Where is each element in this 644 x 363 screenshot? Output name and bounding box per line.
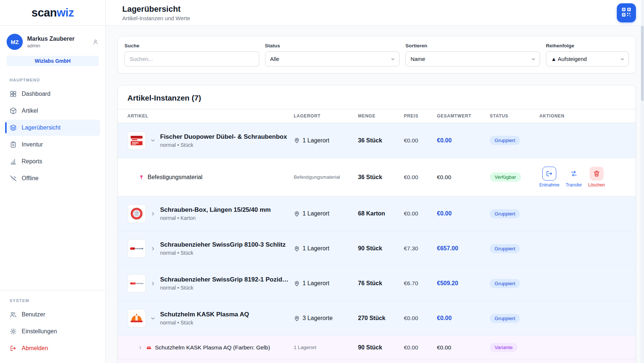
actions-cell: EntnahmeTransferLöschen — [539, 167, 626, 188]
map-pin-icon — [294, 280, 300, 287]
total-value-cell: €0.00 — [437, 174, 490, 181]
page-title: Lagerübersicht — [122, 4, 190, 14]
table-row: Schutzhelm KASK Plasma AQ (Farben: Gelb)… — [118, 335, 636, 359]
sidebar-item-dashboard[interactable]: Dashboard — [5, 86, 100, 102]
sidebar-item-lageruebersicht[interactable]: Lagerübersicht — [5, 120, 100, 136]
sidebar-item-einstellungen[interactable]: Einstellungen — [5, 323, 100, 340]
sidebar-item-benutzer[interactable]: Benutzer — [5, 306, 100, 323]
status-badge: Gruppiert — [490, 136, 520, 145]
article-instances-card: Artikel-Instanzen (7) ARTIKELLAGERORTMEN… — [117, 85, 636, 363]
column-header: MENGE — [358, 113, 404, 119]
loeschen-button[interactable]: Löschen — [588, 167, 605, 188]
bar-chart-icon — [10, 158, 17, 165]
status-label: Status — [265, 43, 400, 48]
sidebar-item-inventur[interactable]: Inventur — [5, 137, 100, 153]
gear-icon — [10, 328, 17, 335]
chevron-right-icon[interactable] — [150, 211, 156, 217]
sidebar: scanwiz MZ Markus Zauberer admin Wizlabs… — [0, 0, 106, 363]
table-row: Schraubenzieher SwissGrip 8192-1 Pozidri… — [118, 266, 636, 301]
helmet-icon — [146, 344, 152, 351]
table-row: BefestigungsmaterialBefestigungsmaterial… — [118, 158, 636, 196]
map-pin-icon — [294, 137, 300, 144]
article-name: Schutzhelm KASK Plasma AQ — [160, 311, 249, 318]
chevron-down-icon[interactable] — [150, 315, 156, 322]
column-header: AKTIONEN — [539, 113, 626, 119]
filter-bar: Suche Status Alle Sortieren Name Reihenf… — [117, 36, 636, 73]
sort-label: Sortieren — [405, 43, 540, 48]
layers-icon — [10, 124, 17, 131]
qr-code-icon — [621, 7, 632, 19]
table-header-row: ARTIKELLAGERORTMENGEPREISGESAMTWERTSTATU… — [118, 109, 636, 123]
wifi-off-icon — [10, 175, 17, 182]
chevron-right-icon[interactable] — [150, 280, 156, 287]
logo-text-primary: scan — [32, 6, 57, 19]
location-text: 1 Lagerort — [303, 245, 329, 252]
price-cell: €0.00 — [404, 210, 437, 217]
status-badge: Gruppiert — [490, 209, 520, 218]
chevron-right-icon[interactable] — [138, 345, 143, 350]
sidebar-item-abmelden[interactable]: Abmelden — [5, 340, 100, 356]
status-badge: Verfügbar — [490, 173, 521, 182]
product-thumbnail — [127, 274, 146, 293]
variant-name: Schutzhelm KASK Plasma AQ (Farben: Gelb) — [155, 344, 270, 351]
clipboard-icon — [10, 141, 17, 148]
user-name: Markus Zauberer — [27, 36, 75, 42]
product-thumbnail — [127, 131, 146, 150]
article-meta: normal • Karton — [160, 215, 271, 221]
main-area: Lagerübersicht Artikel-Instanzen und Wer… — [106, 0, 644, 363]
location-text: 1 Lagerort — [303, 280, 329, 287]
status-cell: Gruppiert — [490, 314, 539, 323]
chevron-down-icon[interactable] — [150, 137, 156, 144]
page-header: Lagerübersicht Artikel-Instanzen und Wer… — [106, 0, 644, 26]
article-name: Schraubenzieher SwissGrip 8192-1 Pozidri… — [160, 276, 289, 283]
column-header: ARTIKEL — [127, 113, 294, 119]
sidebar-main-nav: HAUPTMENÜDashboardArtikelLagerübersichtI… — [0, 68, 105, 187]
status-select[interactable]: Alle — [265, 51, 400, 66]
price-cell: €0.00 — [404, 137, 437, 144]
transfer-button[interactable]: Transfer — [566, 167, 582, 188]
total-value-cell: €0.00 — [437, 315, 490, 322]
nav-section-label: HAUPTMENÜ — [10, 78, 96, 82]
location-cell: 1 Lagerort — [294, 137, 358, 144]
sidebar-system-nav: SYSTEMBenutzerEinstellungenAbmelden — [0, 290, 105, 363]
status-badge: Gruppiert — [490, 314, 520, 323]
chevron-right-icon[interactable] — [150, 246, 156, 252]
order-select[interactable]: ▲ Aufsteigend — [546, 51, 629, 66]
sidebar-item-artikel[interactable]: Artikel — [5, 103, 100, 119]
table-row: Schutzhelm KASK Plasma AQnormal • Stück3… — [118, 301, 636, 335]
status-cell: Verfügbar — [490, 173, 539, 182]
product-thumbnail — [127, 239, 146, 258]
scrollbar-thumb[interactable] — [641, 26, 644, 101]
partial-next-row — [118, 359, 636, 363]
article-cell: Schutzhelm KASK Plasma AQnormal • Stück — [127, 309, 294, 327]
location-cell: 1 Lagerort — [294, 210, 358, 217]
app-logo: scanwiz — [0, 0, 105, 26]
search-field: Suche — [124, 43, 259, 66]
price-cell: €7.30 — [404, 245, 437, 252]
avatar: MZ — [7, 34, 23, 50]
article-meta: normal • Stück — [160, 142, 287, 148]
total-value-cell: €0.00 — [437, 137, 490, 144]
user-icon[interactable] — [92, 39, 99, 45]
quantity-cell: 36 Stück — [358, 174, 404, 181]
location-text: 1 Lagerort — [303, 210, 329, 217]
sidebar-item-reports[interactable]: Reports — [5, 153, 100, 170]
map-pin-icon — [294, 315, 300, 322]
column-header: PREIS — [404, 113, 437, 119]
entnahme-button[interactable]: Entnahme — [539, 167, 560, 188]
user-meta: Markus Zauberer admin — [27, 36, 75, 48]
location-text: 3 Lagerorte — [303, 315, 333, 322]
user-role: admin — [27, 43, 75, 48]
company-badge: Wizlabs GmbH — [7, 56, 99, 66]
article-meta: normal • Stück — [160, 250, 286, 256]
article-name: Schrauben-Box, Längen 15/25/40 mm — [160, 206, 271, 214]
search-input[interactable] — [124, 51, 259, 66]
article-meta: normal • Stück — [160, 285, 289, 291]
qr-scan-button[interactable] — [617, 3, 636, 22]
sidebar-item-offline[interactable]: Offline — [5, 170, 100, 186]
quantity-cell: 270 Stück — [358, 315, 404, 322]
search-label: Suche — [124, 43, 259, 48]
sort-select[interactable]: Name — [405, 51, 540, 66]
map-pin-icon — [294, 246, 300, 252]
quantity-cell: 90 Stück — [358, 344, 404, 351]
